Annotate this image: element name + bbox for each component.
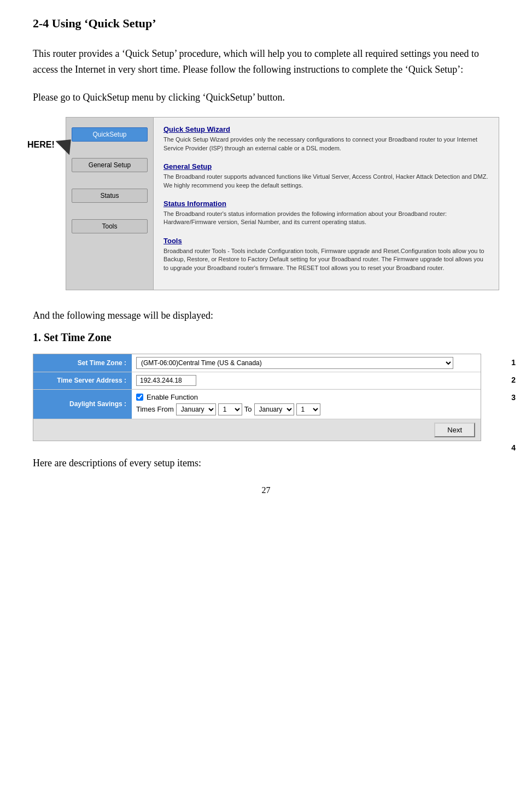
menu-section-generalsetup: General Setup The Broadband router suppo…: [163, 162, 489, 190]
time-server-label: Time Server Address :: [33, 372, 132, 389]
annotation-2: 2: [511, 371, 516, 389]
enable-function-checkbox[interactable]: [136, 394, 143, 401]
next-row: Next: [33, 419, 481, 441]
to-text: To: [244, 405, 252, 413]
annotation-4: 4: [511, 443, 516, 452]
time-server-value: [132, 372, 481, 389]
status-button[interactable]: Status: [72, 189, 148, 203]
page-number: 27: [33, 485, 499, 495]
tools-title: Tools: [163, 237, 489, 245]
status-desc: The Broadband router's status informatio…: [163, 210, 489, 227]
generalsetup-title: General Setup: [163, 162, 489, 171]
next-button[interactable]: Next: [434, 423, 475, 437]
quicksetup-button[interactable]: QuickSetup: [72, 127, 148, 142]
goto-paragraph: Please go to QuickSetup menu by clicking…: [33, 90, 499, 105]
here-label: HERE!: [27, 138, 77, 152]
quicksetup-title: Quick Setup Wizard: [163, 125, 489, 133]
quicksetup-desc: The Quick Setup Wizard provides only the…: [163, 136, 489, 153]
daylight-savings-value: Enable Function Times From January 1 To …: [132, 390, 481, 419]
menu-section-quicksetup: Quick Setup Wizard The Quick Setup Wizar…: [163, 125, 489, 153]
to-day-select[interactable]: 1: [296, 403, 320, 415]
set-timezone-value: (GMT-06:00)Central Time (US & Canada): [132, 354, 481, 372]
annotation-3b: [511, 406, 516, 427]
timezone-form-wrapper: Set Time Zone : (GMT-06:00)Central Time …: [33, 354, 499, 441]
daylight-savings-row: Daylight Savings : Enable Function Times…: [33, 390, 481, 419]
set-time-heading: 1. Set Time Zone: [33, 331, 499, 344]
timezone-form: Set Time Zone : (GMT-06:00)Central Time …: [33, 354, 481, 441]
tools-desc: Broadband router Tools - Tools include C…: [163, 247, 489, 272]
set-timezone-row: Set Time Zone : (GMT-06:00)Central Time …: [33, 354, 481, 372]
annotation-3: 3: [511, 389, 516, 406]
annotation-3c: [511, 427, 516, 444]
from-month-select[interactable]: January: [176, 403, 216, 415]
router-menu-section: HERE! QuickSetup General Setup Status To…: [33, 117, 499, 290]
message-text: And the following message will be displa…: [33, 310, 499, 321]
from-day-select[interactable]: 1: [218, 403, 242, 415]
daylight-savings-label: Daylight Savings :: [33, 390, 132, 419]
status-title: Status Information: [163, 200, 489, 208]
times-from-text: Times From: [136, 405, 174, 413]
to-month-select[interactable]: January: [254, 403, 294, 415]
general-setup-button[interactable]: General Setup: [72, 158, 148, 172]
menu-content: Quick Setup Wizard The Quick Setup Wizar…: [154, 118, 499, 290]
time-server-row: Time Server Address :: [33, 372, 481, 390]
page-title: 2-4 Using ‘Quick Setup’: [33, 16, 499, 31]
annotations: 1 2 3: [511, 354, 516, 444]
tools-button[interactable]: Tools: [72, 219, 148, 233]
menu-section-status: Status Information The Broadband router'…: [163, 200, 489, 227]
menu-section-tools: Tools Broadband router Tools - Tools inc…: [163, 237, 489, 272]
time-server-input[interactable]: [136, 375, 196, 386]
router-menu-box: QuickSetup General Setup Status Tools Qu…: [66, 117, 499, 290]
set-timezone-label: Set Time Zone :: [33, 354, 132, 372]
here-descriptions: Here are descriptions of every setup ite…: [33, 458, 499, 469]
times-from-line: Times From January 1 To January 1: [136, 403, 320, 415]
menu-sidebar: QuickSetup General Setup Status Tools: [66, 118, 154, 290]
enable-function-line: Enable Function: [136, 393, 198, 401]
intro-paragraph: This router provides a ‘Quick Setup’ pro…: [33, 46, 499, 78]
annotation-1: 1: [511, 354, 516, 371]
enable-function-text: Enable Function: [147, 393, 198, 401]
generalsetup-desc: The Broadband router supports advanced f…: [163, 173, 489, 190]
timezone-select[interactable]: (GMT-06:00)Central Time (US & Canada): [136, 357, 453, 369]
